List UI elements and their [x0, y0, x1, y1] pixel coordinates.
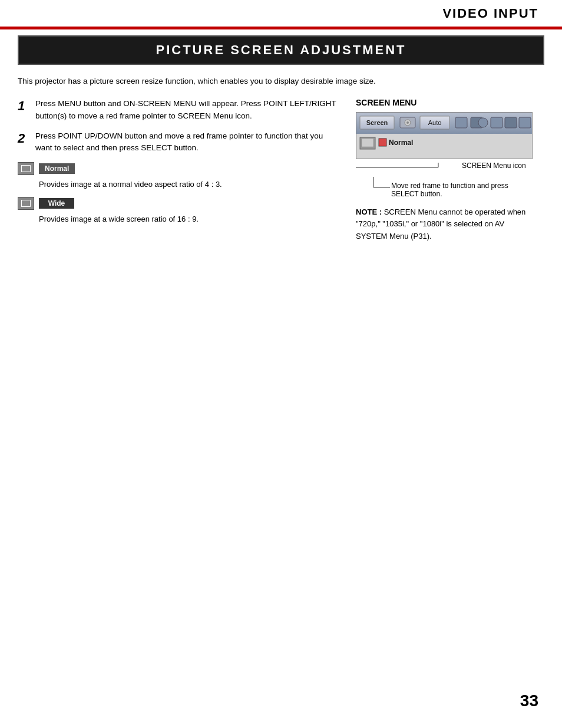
frame-leader-line [356, 177, 391, 198]
step-1: 1 Press MENU button and ON-SCREEN MENU w… [18, 98, 338, 122]
header-title: VIDEO INPUT [442, 6, 538, 21]
normal-option-item: Normal [18, 162, 338, 175]
wide-icon-inner [21, 200, 31, 207]
svg-text:Normal: Normal [389, 139, 413, 147]
normal-option-icon [18, 162, 34, 175]
page-number: 33 [520, 691, 538, 710]
step-1-number: 1 [18, 96, 29, 122]
svg-text:Auto: Auto [428, 119, 442, 126]
wide-option-label: Wide [39, 198, 74, 209]
svg-point-10 [478, 118, 488, 127]
normal-icon-inner [21, 165, 31, 172]
screen-menu-icon-annotation: SCREEN Menu icon [356, 162, 533, 173]
step-2-number: 2 [18, 129, 29, 154]
right-column: SCREEN MENU Screen [356, 98, 544, 242]
arrow-text-line1: Move red frame to function and press [391, 182, 508, 190]
intro-text: This projector has a picture screen resi… [18, 75, 544, 87]
svg-rect-11 [491, 117, 503, 128]
svg-rect-12 [505, 117, 517, 128]
arrow-text-line2: SELECT button. [391, 190, 508, 198]
note-box: NOTE : SCREEN Menu cannot be operated wh… [356, 206, 533, 242]
normal-option-label: Normal [39, 163, 75, 174]
svg-rect-13 [519, 117, 531, 128]
svg-point-5 [406, 121, 409, 124]
note-text: SCREEN Menu cannot be operated when "720… [356, 207, 525, 240]
two-col-layout: 1 Press MENU button and ON-SCREEN MENU w… [18, 98, 544, 242]
annotation-area: SCREEN Menu icon Move red frame to funct… [356, 160, 533, 198]
step-2-text: Press POINT UP/DOWN button and move a re… [35, 130, 338, 154]
move-red-frame-text: Move red frame to function and press SEL… [391, 182, 508, 198]
svg-text:Screen: Screen [366, 119, 388, 126]
svg-rect-16 [362, 139, 373, 147]
normal-option-desc: Provides image at a normal video aspect … [39, 180, 338, 189]
left-column: 1 Press MENU button and ON-SCREEN MENU w… [18, 98, 338, 242]
svg-rect-8 [455, 117, 467, 128]
step-1-text: Press MENU button and ON-SCREEN MENU wil… [35, 98, 338, 122]
screen-menu-title: SCREEN MENU [356, 98, 544, 107]
svg-rect-19 [379, 139, 386, 146]
screen-menu-illustration: Screen Auto [356, 112, 533, 159]
note-label: NOTE : [356, 207, 382, 216]
wide-option-desc: Provides image at a wide screen ratio of… [39, 215, 338, 223]
step-2: 2 Press POINT UP/DOWN button and move a … [18, 130, 338, 154]
icon-leader-line [356, 162, 462, 173]
move-red-frame-annotation: Move red frame to function and press SEL… [356, 177, 533, 198]
wide-option-icon [18, 197, 34, 210]
screen-menu-icon-label: SCREEN Menu icon [462, 162, 526, 170]
main-content: PICTURE SCREEN ADJUSTMENT This projector… [18, 35, 544, 242]
header-underline [0, 28, 562, 29]
section-banner: PICTURE SCREEN ADJUSTMENT [18, 35, 544, 65]
header: VIDEO INPUT [0, 0, 562, 28]
wide-option-item: Wide [18, 197, 338, 210]
